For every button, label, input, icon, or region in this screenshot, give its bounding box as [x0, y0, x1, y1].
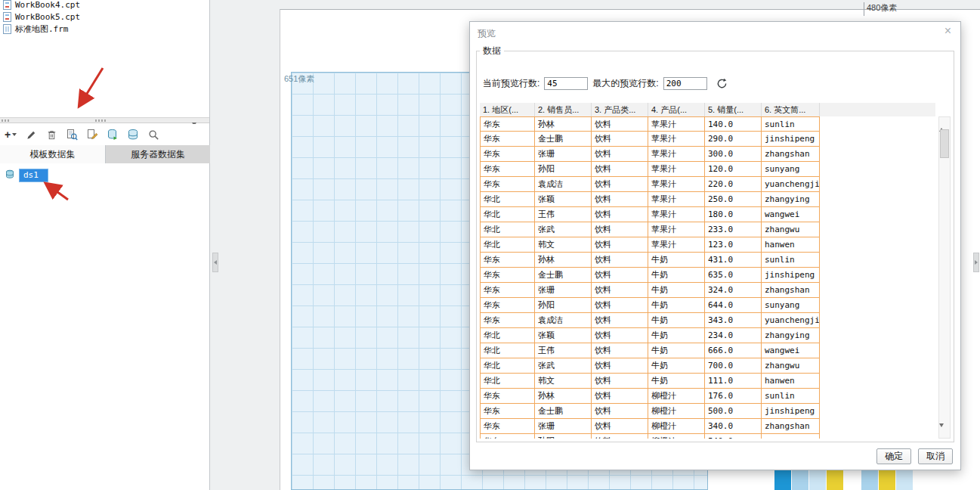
- table-cell: wangwei: [762, 343, 820, 358]
- table-cell: 635.0: [705, 268, 762, 283]
- table-row[interactable]: 华东张珊饮料柳橙汁340.0zhangshan: [480, 419, 935, 434]
- close-icon[interactable]: ×: [944, 25, 951, 37]
- table-row[interactable]: 华东孙林饮料柳橙汁176.0sunlin: [480, 389, 935, 404]
- tab-server-dataset[interactable]: 服务器数据集: [105, 145, 210, 163]
- column-header[interactable]: 1. 地区(...: [480, 103, 535, 116]
- file-item[interactable]: WorkBook4.cpt: [0, 0, 209, 11]
- file-item[interactable]: 标准地图.frm: [0, 23, 209, 35]
- table-cell: 张珊: [535, 419, 592, 434]
- table-cell: 饮料: [592, 222, 648, 237]
- column-header[interactable]: 4. 产品(...: [648, 103, 705, 116]
- table-cell: 华东: [480, 404, 535, 419]
- table-row[interactable]: 华东孙林饮料牛奶431.0sunlin: [480, 253, 935, 268]
- table-row[interactable]: 华北王伟饮料苹果汁180.0wangwei: [480, 207, 935, 222]
- table-row[interactable]: 华东金士鹏饮料苹果汁290.0jinshipeng: [480, 132, 935, 147]
- refresh-icon[interactable]: [716, 78, 728, 89]
- table-cell: 牛奶: [648, 298, 705, 313]
- table-cell: 饮料: [592, 268, 648, 283]
- table-row[interactable]: 华东张珊饮料苹果汁300.0zhangshan: [480, 147, 935, 162]
- table-row[interactable]: 华东张珊饮料牛奶324.0zhangshan: [480, 283, 935, 298]
- table-row[interactable]: 华北张武饮料牛奶700.0zhangwu: [480, 358, 935, 374]
- table-row[interactable]: 华东孙阳饮料苹果汁120.0sunyang: [480, 162, 935, 177]
- column-header[interactable]: 2. 销售员...: [535, 103, 592, 116]
- table-cell: 华东: [480, 434, 535, 439]
- cancel-button[interactable]: 取消: [918, 448, 953, 464]
- table-cell: 孙林: [535, 389, 592, 404]
- chart-bar: [792, 470, 808, 490]
- table-row[interactable]: 华东金士鹏饮料柳橙汁500.0jinshipeng: [480, 404, 935, 419]
- table-cell: 431.0: [705, 253, 762, 268]
- preview-dialog: 预览 × 数据 当前预览行数: 最大的预览行数: 1. 地区(...2. 销售员…: [469, 21, 961, 470]
- search-icon[interactable]: [147, 128, 160, 141]
- edit-dataset-icon[interactable]: [85, 128, 99, 141]
- table-cell: 饮料: [592, 132, 648, 147]
- table-header: 1. 地区(...2. 销售员...3. 产品类...4. 产品(...5. 销…: [480, 103, 935, 116]
- table-cell: hanwen: [762, 237, 820, 253]
- scroll-down-icon[interactable]: [939, 427, 950, 438]
- ok-button[interactable]: 确定: [876, 448, 911, 464]
- add-dataset-dropdown-icon[interactable]: +: [4, 128, 17, 141]
- table-cell: 牛奶: [648, 283, 705, 298]
- table-cell: 华北: [480, 343, 535, 358]
- column-header[interactable]: 6. 英文简...: [762, 103, 820, 116]
- table-cell: 华东: [480, 313, 535, 328]
- delete-icon[interactable]: [45, 128, 58, 141]
- table-cell: 苹果汁: [648, 147, 705, 162]
- header-filler: [820, 103, 935, 116]
- table-row[interactable]: 华东金士鹏饮料牛奶635.0jinshipeng: [480, 268, 935, 283]
- table-cell: sunlin: [762, 116, 820, 132]
- scrollbar-thumb[interactable]: [940, 129, 949, 158]
- table-row[interactable]: 华东袁成洁饮料牛奶343.0yuanchengjie: [480, 313, 935, 328]
- table-row[interactable]: 华北韩文饮料牛奶111.0hanwen: [480, 374, 935, 389]
- table-row[interactable]: 华东孙林饮料苹果汁140.0sunlin: [480, 116, 935, 132]
- table-cell: 华北: [480, 222, 535, 237]
- collapse-left-panel-icon[interactable]: [212, 253, 218, 272]
- edit-icon[interactable]: [24, 128, 38, 141]
- scroll-up-icon[interactable]: [939, 117, 950, 128]
- table-cell: 290.0: [705, 132, 762, 147]
- table-cell: 340.0: [705, 419, 762, 434]
- panel-splitter[interactable]: [210, 0, 219, 490]
- table-cell: 饮料: [592, 116, 648, 132]
- table-row[interactable]: 华北王伟饮料牛奶666.0wangwei: [480, 343, 935, 358]
- column-header[interactable]: 5. 销量(...: [705, 103, 762, 116]
- max-rows-input[interactable]: [663, 77, 707, 90]
- table-cell: 540.0: [705, 434, 762, 439]
- table-cell: 金士鹏: [535, 132, 592, 147]
- groupbox-label: 数据: [480, 45, 504, 57]
- table-row[interactable]: 华东袁成洁饮料苹果汁220.0yuanchengjie: [480, 177, 935, 192]
- table-cell: 饮料: [592, 374, 648, 389]
- table-scrollbar[interactable]: [938, 116, 951, 439]
- table-row[interactable]: 华北张颖饮料牛奶234.0zhangying: [480, 328, 935, 343]
- table-cell: 苹果汁: [648, 222, 705, 237]
- table-cell: 牛奶: [648, 313, 705, 328]
- table-cell: sunlin: [762, 389, 820, 404]
- table-cell: zhangying: [762, 328, 820, 343]
- connection-icon[interactable]: [106, 128, 119, 141]
- table-cell: 666.0: [705, 343, 762, 358]
- preview-dataset-icon[interactable]: [65, 128, 79, 141]
- table-row[interactable]: 华东孙阳饮料牛奶644.0sunyang: [480, 298, 935, 313]
- tab-template-dataset[interactable]: 模板数据集: [0, 145, 105, 163]
- table-cell: 金士鹏: [535, 268, 592, 283]
- table-cell: 牛奶: [648, 374, 705, 389]
- database-icon[interactable]: [126, 128, 140, 141]
- table-row[interactable]: 华北张颖饮料苹果汁250.0zhangying: [480, 192, 935, 207]
- red-arrow-toolbar-annotation: [66, 64, 109, 119]
- column-header[interactable]: 3. 产品类...: [592, 103, 648, 116]
- table-cell: 苹果汁: [648, 162, 705, 177]
- collapse-right-panel-icon[interactable]: [973, 253, 979, 272]
- table-row[interactable]: 华东孙阳饮料柳橙汁540.0sunyang: [480, 434, 935, 439]
- table-row[interactable]: 华北韩文饮料苹果汁123.0hanwen: [480, 237, 935, 253]
- file-name: 标准地图.frm: [15, 23, 69, 35]
- table-cell: 华东: [480, 147, 535, 162]
- table-cell: jinshipeng: [762, 404, 820, 419]
- file-name: WorkBook5.cpt: [15, 12, 80, 22]
- file-item[interactable]: WorkBook5.cpt: [0, 11, 209, 23]
- dialog-buttons: 确定 取消: [876, 448, 953, 464]
- table-row[interactable]: 华北张武饮料苹果汁233.0zhangwu: [480, 222, 935, 237]
- preview-table: 1. 地区(...2. 销售员...3. 产品类...4. 产品(...5. 销…: [480, 103, 935, 439]
- current-rows-input[interactable]: [544, 77, 588, 90]
- chart-bar: [827, 470, 843, 490]
- table-cell: 苹果汁: [648, 237, 705, 253]
